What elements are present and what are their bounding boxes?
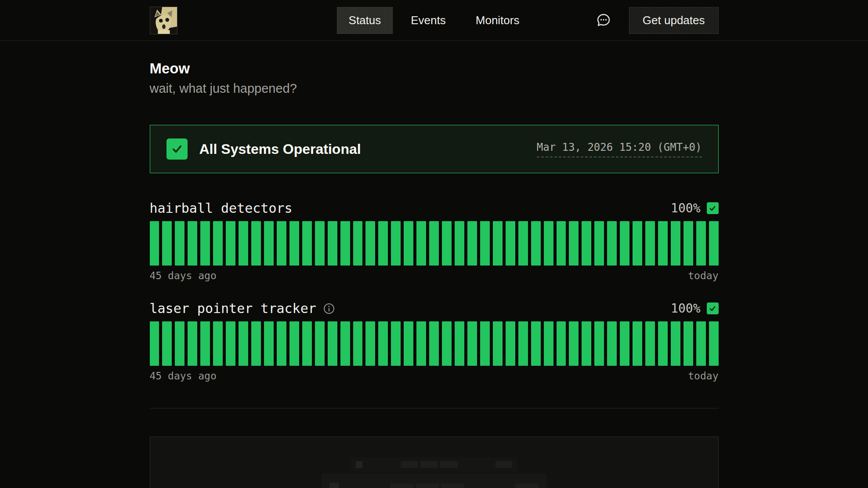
uptime-bar[interactable]	[353, 321, 363, 366]
uptime-bar[interactable]	[582, 221, 591, 266]
uptime-bar[interactable]	[150, 221, 159, 266]
uptime-bar[interactable]	[582, 321, 591, 366]
uptime-bar[interactable]	[620, 221, 629, 266]
uptime-bar[interactable]	[467, 321, 477, 366]
uptime-bar[interactable]	[404, 221, 413, 266]
uptime-bar[interactable]	[353, 221, 363, 266]
uptime-bar[interactable]	[150, 321, 159, 366]
uptime-bar[interactable]	[480, 221, 490, 266]
uptime-bar[interactable]	[200, 321, 210, 366]
nav-tab-events[interactable]: Events	[399, 7, 458, 34]
uptime-bar[interactable]	[188, 321, 197, 366]
uptime-bar[interactable]	[251, 221, 261, 266]
uptime-bar[interactable]	[162, 221, 172, 266]
uptime-bar[interactable]	[264, 321, 274, 366]
uptime-bar[interactable]	[696, 221, 706, 266]
uptime-bar[interactable]	[277, 321, 286, 366]
uptime-bar[interactable]	[226, 221, 235, 266]
uptime-bar[interactable]	[378, 221, 388, 266]
uptime-bar[interactable]	[671, 221, 680, 266]
uptime-bar[interactable]	[607, 221, 617, 266]
uptime-bar[interactable]	[569, 321, 579, 366]
uptime-bar[interactable]	[226, 321, 235, 366]
uptime-bar[interactable]	[340, 221, 350, 266]
uptime-bar[interactable]	[162, 321, 172, 366]
uptime-bar[interactable]	[684, 321, 693, 366]
uptime-bar[interactable]	[328, 321, 337, 366]
uptime-bar[interactable]	[175, 221, 184, 266]
uptime-bar[interactable]	[709, 321, 719, 366]
uptime-bar[interactable]	[455, 221, 464, 266]
uptime-bar[interactable]	[658, 321, 668, 366]
uptime-bar[interactable]	[289, 221, 299, 266]
uptime-bar[interactable]	[480, 321, 490, 366]
uptime-bar[interactable]	[544, 221, 553, 266]
uptime-bar[interactable]	[518, 221, 528, 266]
get-updates-button[interactable]: Get updates	[629, 7, 719, 34]
uptime-bar[interactable]	[213, 221, 223, 266]
uptime-bar[interactable]	[416, 221, 426, 266]
uptime-bar[interactable]	[340, 321, 350, 366]
uptime-bar[interactable]	[569, 221, 579, 266]
uptime-bar[interactable]	[442, 321, 452, 366]
uptime-bar[interactable]	[277, 221, 286, 266]
uptime-bar[interactable]	[633, 321, 642, 366]
uptime-bar[interactable]	[251, 321, 261, 366]
uptime-bar[interactable]	[378, 321, 388, 366]
uptime-bar[interactable]	[607, 321, 617, 366]
uptime-bar[interactable]	[429, 221, 439, 266]
uptime-bar[interactable]	[506, 321, 515, 366]
uptime-bar[interactable]	[645, 321, 655, 366]
uptime-bar[interactable]	[365, 221, 375, 266]
logo-cat-image[interactable]	[150, 7, 177, 34]
uptime-bar[interactable]	[709, 221, 719, 266]
uptime-bar[interactable]	[391, 221, 401, 266]
uptime-bar[interactable]	[531, 221, 541, 266]
uptime-bar[interactable]	[213, 321, 223, 366]
uptime-bar[interactable]	[404, 321, 413, 366]
uptime-bar[interactable]	[594, 221, 604, 266]
uptime-bar[interactable]	[365, 321, 375, 366]
nav-tab-status[interactable]: Status	[337, 7, 393, 34]
uptime-bar[interactable]	[671, 321, 680, 366]
uptime-bar[interactable]	[264, 221, 274, 266]
uptime-bar[interactable]	[594, 321, 604, 366]
uptime-bar[interactable]	[557, 321, 566, 366]
uptime-bar[interactable]	[493, 321, 503, 366]
page-subtitle: wait, what just happened?	[150, 81, 719, 96]
uptime-bar[interactable]	[455, 321, 464, 366]
uptime-bar[interactable]	[328, 221, 337, 266]
uptime-bar[interactable]	[239, 221, 248, 266]
monitor-uptime-percent: 100%	[671, 301, 700, 316]
uptime-bar[interactable]	[315, 321, 325, 366]
uptime-bar[interactable]	[391, 321, 401, 366]
uptime-bar[interactable]	[544, 321, 553, 366]
uptime-bar[interactable]	[557, 221, 566, 266]
uptime-bar[interactable]	[620, 321, 629, 366]
speech-bubble-icon[interactable]	[596, 12, 611, 28]
uptime-bar[interactable]	[188, 221, 197, 266]
nav-tab-monitors[interactable]: Monitors	[464, 7, 532, 34]
uptime-bar[interactable]	[467, 221, 477, 266]
uptime-bar[interactable]	[200, 221, 210, 266]
uptime-bar[interactable]	[315, 221, 325, 266]
uptime-bar[interactable]	[518, 321, 528, 366]
uptime-bar[interactable]	[442, 221, 452, 266]
uptime-bar[interactable]	[302, 321, 312, 366]
banner-timestamp[interactable]: Mar 13, 2026 15:20 (GMT+0)	[537, 141, 702, 157]
uptime-bar[interactable]	[506, 221, 515, 266]
uptime-bar[interactable]	[684, 221, 693, 266]
uptime-bar[interactable]	[429, 321, 439, 366]
uptime-bar[interactable]	[658, 221, 668, 266]
uptime-bar[interactable]	[416, 321, 426, 366]
uptime-bar[interactable]	[493, 221, 503, 266]
uptime-bar[interactable]	[633, 221, 642, 266]
uptime-bar[interactable]	[696, 321, 706, 366]
uptime-bar[interactable]	[531, 321, 541, 366]
uptime-bar[interactable]	[645, 221, 655, 266]
uptime-bar[interactable]	[289, 321, 299, 366]
uptime-bar[interactable]	[175, 321, 184, 366]
uptime-bar[interactable]	[239, 321, 248, 366]
uptime-bar[interactable]	[302, 221, 312, 266]
info-icon[interactable]	[323, 303, 335, 314]
